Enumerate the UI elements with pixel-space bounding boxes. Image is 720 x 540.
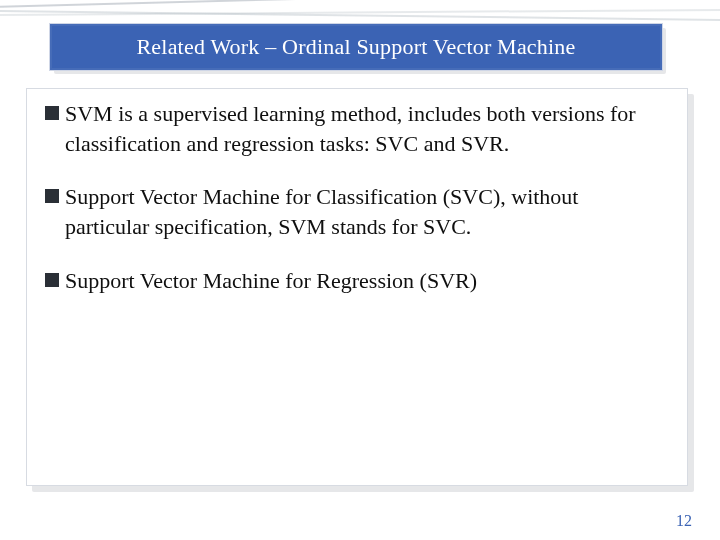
- title-bar: Related Work – Ordinal Support Vector Ma…: [49, 23, 663, 71]
- bullet-icon: [45, 189, 59, 203]
- bullet-text: Support Vector Machine for Classificatio…: [65, 182, 665, 241]
- page-number: 12: [676, 512, 692, 530]
- bullet-text: SVM is a supervised learning method, inc…: [65, 99, 665, 158]
- slide: Related Work – Ordinal Support Vector Ma…: [0, 0, 720, 540]
- bullet-item: Support Vector Machine for Regression (S…: [45, 266, 665, 296]
- slide-title: Related Work – Ordinal Support Vector Ma…: [137, 34, 576, 60]
- bullet-icon: [45, 273, 59, 287]
- body-panel: SVM is a supervised learning method, inc…: [26, 88, 688, 486]
- bullet-item: SVM is a supervised learning method, inc…: [45, 99, 665, 158]
- decor-line: [0, 0, 720, 8]
- bullet-text: Support Vector Machine for Regression (S…: [65, 266, 477, 296]
- bullet-icon: [45, 106, 59, 120]
- bullet-item: Support Vector Machine for Classificatio…: [45, 182, 665, 241]
